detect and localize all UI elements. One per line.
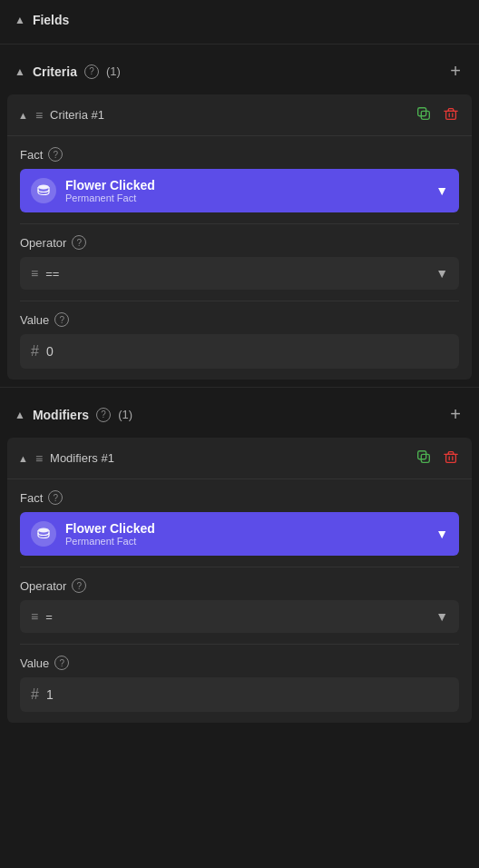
modifiers-operator-dropdown[interactable]: ≡ = ▼: [20, 600, 459, 633]
modifiers-badge: (1): [118, 408, 132, 421]
modifiers-fact-help-icon[interactable]: ?: [48, 490, 63, 505]
criteria-value-label: Value ?: [20, 312, 459, 327]
svg-rect-2: [446, 111, 456, 119]
fields-chevron-icon: ▲: [15, 14, 25, 26]
criteria-fact-label: Fact ?: [20, 147, 459, 162]
modifiers-section: ▲ Modifiers ? (1) + ▲ ≡ Modifiers #1: [0, 391, 479, 723]
modifiers-fact-label: Fact ?: [20, 490, 459, 505]
criteria-item-header: ▲ ≡ Criteria #1: [7, 94, 472, 136]
divider-1: [0, 44, 479, 44]
criteria-operator-value: ==: [45, 267, 435, 281]
criteria-value-block: Value ? # 0: [7, 301, 472, 380]
criteria-badge: (1): [106, 64, 121, 78]
modifiers-item-header: ▲ ≡ Modifiers #1: [7, 438, 472, 479]
modifiers-item-label: Modifiers #1: [50, 451, 406, 465]
criteria-copy-button[interactable]: [414, 104, 434, 126]
criteria-fact-text: Flower Clicked Permanent Fact: [65, 178, 435, 203]
modifiers-operator-help-icon[interactable]: ?: [72, 578, 86, 593]
criteria-operator-help-icon[interactable]: ?: [72, 235, 86, 250]
criteria-operator-label: Operator ?: [20, 235, 459, 250]
criteria-fact-name: Flower Clicked: [65, 178, 435, 192]
fields-title: Fields: [33, 13, 69, 27]
modifiers-title: Modifiers: [33, 408, 89, 422]
modifiers-value-hash-icon: #: [31, 686, 39, 703]
modifiers-value-block: Value ? # 1: [7, 645, 472, 723]
modifiers-fact-text: Flower Clicked Permanent Fact: [65, 521, 435, 547]
criteria-operator-block: Operator ? ≡ == ▼: [7, 224, 472, 301]
modifiers-fact-sub: Permanent Fact: [65, 536, 435, 547]
criteria-title: Criteria: [33, 64, 77, 79]
criteria-fact-chevron-icon: ▼: [435, 183, 448, 198]
criteria-block-1: ▲ ≡ Criteria #1 Fact: [7, 94, 472, 380]
modifiers-operator-block: Operator ? ≡ = ▼: [7, 567, 472, 644]
modifiers-value-label: Value ?: [20, 656, 459, 670]
modifiers-fact-dropdown[interactable]: Flower Clicked Permanent Fact ▼: [20, 512, 459, 556]
modifiers-item-chevron-icon: ▲: [18, 453, 28, 464]
modifiers-operator-label: Operator ?: [20, 578, 459, 593]
criteria-delete-button[interactable]: [441, 104, 461, 126]
modifiers-operator-value: =: [45, 610, 435, 624]
criteria-add-button[interactable]: +: [446, 61, 464, 82]
criteria-value-hash-icon: #: [31, 343, 39, 360]
criteria-operator-list-icon: ≡: [31, 266, 38, 281]
modifiers-fact-name: Flower Clicked: [65, 521, 435, 536]
criteria-header[interactable]: ▲ Criteria ? (1) +: [0, 48, 479, 94]
modifiers-delete-button[interactable]: [441, 447, 461, 469]
svg-rect-6: [446, 454, 456, 462]
divider-4: [0, 387, 479, 388]
modifiers-chevron-icon: ▲: [15, 409, 25, 421]
modifiers-drag-icon: ≡: [35, 451, 43, 466]
modifiers-fact-block: Fact ? Flower Clicked Permanent Fact ▼: [7, 479, 472, 567]
criteria-value-row: # 0: [20, 334, 459, 369]
modifiers-operator-list-icon: ≡: [31, 609, 38, 624]
criteria-item-chevron-icon: ▲: [18, 110, 28, 121]
modifiers-operator-chevron-icon: ▼: [435, 609, 448, 624]
modifiers-fact-chevron-icon: ▼: [435, 527, 448, 541]
criteria-section: ▲ Criteria ? (1) + ▲ ≡ Criteria #1: [0, 48, 479, 380]
criteria-help-icon[interactable]: ?: [84, 64, 99, 79]
criteria-fact-help-icon[interactable]: ?: [48, 147, 63, 162]
criteria-fact-sub: Permanent Fact: [65, 192, 435, 203]
criteria-item-label: Criteria #1: [50, 108, 406, 122]
modifiers-copy-button[interactable]: [414, 447, 434, 469]
criteria-operator-dropdown[interactable]: ≡ == ▼: [20, 257, 459, 290]
criteria-value-number: 0: [46, 344, 54, 359]
svg-point-3: [38, 185, 49, 190]
criteria-drag-icon: ≡: [35, 108, 43, 123]
criteria-value-help-icon[interactable]: ?: [54, 312, 69, 327]
svg-point-7: [38, 528, 49, 533]
criteria-chevron-icon: ▲: [15, 65, 25, 78]
criteria-fact-db-icon: [31, 178, 56, 203]
modifiers-fact-db-icon: [31, 521, 56, 547]
fields-header[interactable]: ▲ Fields: [0, 0, 479, 40]
criteria-fact-block: Fact ? Flower Clicked Permanent Fact ▼: [7, 136, 472, 223]
modifiers-value-help-icon[interactable]: ?: [54, 656, 69, 670]
modifiers-block-1: ▲ ≡ Modifiers #1 Fact: [7, 438, 472, 723]
modifiers-help-icon[interactable]: ?: [96, 408, 111, 422]
modifiers-value-row: # 1: [20, 677, 459, 712]
criteria-operator-chevron-icon: ▼: [435, 266, 448, 281]
modifiers-value-number: 1: [46, 687, 54, 702]
modifiers-header[interactable]: ▲ Modifiers ? (1) +: [0, 391, 479, 438]
criteria-fact-dropdown[interactable]: Flower Clicked Permanent Fact ▼: [20, 169, 459, 212]
modifiers-add-button[interactable]: +: [446, 404, 464, 425]
